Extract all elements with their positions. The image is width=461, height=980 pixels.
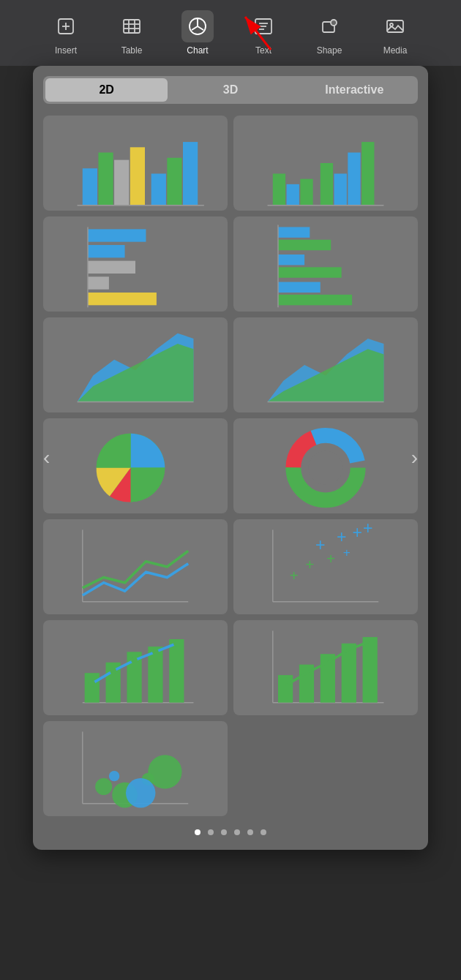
toolbar-media-label: Media	[383, 45, 408, 56]
svg-text:+: +	[326, 551, 335, 567]
chart-option-donut[interactable]	[233, 418, 418, 513]
svg-point-91	[126, 778, 155, 807]
svg-rect-68	[85, 673, 100, 702]
pagination	[33, 829, 428, 835]
svg-rect-20	[98, 153, 113, 206]
svg-rect-36	[88, 245, 125, 257]
svg-point-73	[89, 680, 95, 687]
chart-option-bar-grouped-2[interactable]	[233, 116, 418, 211]
svg-rect-31	[334, 173, 347, 205]
svg-rect-28	[287, 184, 299, 206]
svg-rect-21	[114, 160, 129, 206]
pagination-dot-1[interactable]	[208, 829, 214, 835]
svg-rect-15	[387, 20, 403, 32]
pagination-dot-3[interactable]	[234, 829, 240, 835]
svg-point-92	[109, 771, 119, 781]
svg-rect-41	[278, 227, 310, 237]
chart-option-line[interactable]	[43, 519, 228, 614]
toolbar-shape-label: Shape	[317, 45, 342, 56]
svg-rect-42	[278, 240, 331, 250]
svg-text:+: +	[363, 519, 373, 538]
svg-text:+: +	[315, 535, 326, 554]
svg-point-77	[173, 640, 180, 647]
svg-rect-46	[278, 295, 352, 305]
nav-next-button[interactable]: ›	[411, 446, 418, 470]
toolbar-chart-label: Chart	[187, 45, 208, 56]
svg-text:+: +	[305, 557, 314, 573]
svg-point-54	[309, 451, 343, 485]
toolbar-insert-label: Insert	[55, 45, 77, 56]
svg-rect-37	[88, 261, 135, 274]
chart-option-bar-horizontal-2[interactable]	[233, 216, 418, 312]
toolbar-item-chart[interactable]: Chart	[176, 10, 220, 56]
svg-rect-29	[300, 179, 312, 206]
svg-rect-43	[278, 255, 304, 265]
svg-rect-22	[130, 147, 145, 205]
svg-rect-39	[88, 293, 157, 305]
nav-prev-button[interactable]: ‹	[43, 446, 50, 470]
toolbar-item-shape[interactable]: Shape	[307, 10, 351, 56]
svg-text:+: +	[290, 568, 299, 584]
chart-option-bar-horizontal[interactable]	[43, 216, 228, 312]
tab-interactive[interactable]: Interactive	[293, 78, 416, 102]
chart-grid: + + + + + + + +	[33, 110, 428, 822]
svg-rect-72	[169, 639, 184, 703]
svg-rect-30	[321, 163, 333, 206]
svg-point-74	[110, 668, 116, 674]
pagination-dot-5[interactable]	[261, 829, 266, 835]
toolbar-text-label: Text	[255, 45, 271, 56]
chart-option-mixed-bar-line-2[interactable]	[233, 620, 418, 715]
svg-rect-80	[278, 675, 293, 703]
svg-rect-24	[167, 158, 181, 206]
chart-panel: 2D 3D Interactive ‹ ›	[33, 66, 428, 850]
toolbar-table-label: Table	[121, 45, 143, 56]
svg-rect-27	[273, 173, 285, 205]
pagination-dot-4[interactable]	[247, 829, 253, 835]
svg-point-76	[152, 649, 159, 655]
svg-rect-32	[348, 153, 360, 206]
toolbar: Insert Table Chart	[0, 0, 461, 66]
svg-text:+: +	[343, 545, 351, 559]
svg-rect-84	[363, 637, 378, 703]
svg-text:+: +	[337, 527, 347, 546]
toolbar-item-media[interactable]: Media	[373, 10, 417, 56]
toolbar-item-insert[interactable]: Insert	[44, 10, 88, 56]
svg-rect-44	[278, 267, 342, 277]
chart-option-area[interactable]	[43, 317, 228, 412]
chart-option-bar-grouped[interactable]	[43, 116, 228, 211]
svg-rect-33	[361, 142, 374, 206]
tab-bar: 2D 3D Interactive	[43, 76, 418, 104]
svg-rect-25	[183, 142, 198, 206]
chart-option-bubble[interactable]	[43, 721, 228, 816]
tab-2d[interactable]: 2D	[45, 78, 168, 102]
chart-option-area-2[interactable]	[233, 317, 418, 412]
pagination-dot-0[interactable]	[195, 829, 200, 835]
svg-point-75	[131, 657, 138, 664]
pagination-dot-2[interactable]	[221, 829, 227, 835]
chart-option-pie[interactable]	[43, 418, 228, 513]
svg-rect-45	[278, 282, 321, 293]
chart-option-scatter-plus[interactable]: + + + + + + + +	[233, 519, 418, 614]
tab-3d[interactable]: 3D	[169, 78, 291, 102]
svg-point-87	[95, 778, 112, 795]
svg-rect-35	[88, 229, 146, 241]
svg-rect-23	[151, 173, 166, 205]
chart-option-mixed-bar-line[interactable]	[43, 620, 228, 715]
svg-rect-38	[88, 276, 109, 289]
svg-rect-19	[83, 168, 97, 206]
svg-point-14	[331, 20, 337, 26]
svg-rect-3	[124, 20, 140, 33]
svg-text:+: +	[353, 523, 363, 542]
toolbar-item-table[interactable]: Table	[110, 10, 154, 56]
svg-point-90	[148, 755, 181, 788]
toolbar-item-text[interactable]: Text	[241, 10, 285, 56]
